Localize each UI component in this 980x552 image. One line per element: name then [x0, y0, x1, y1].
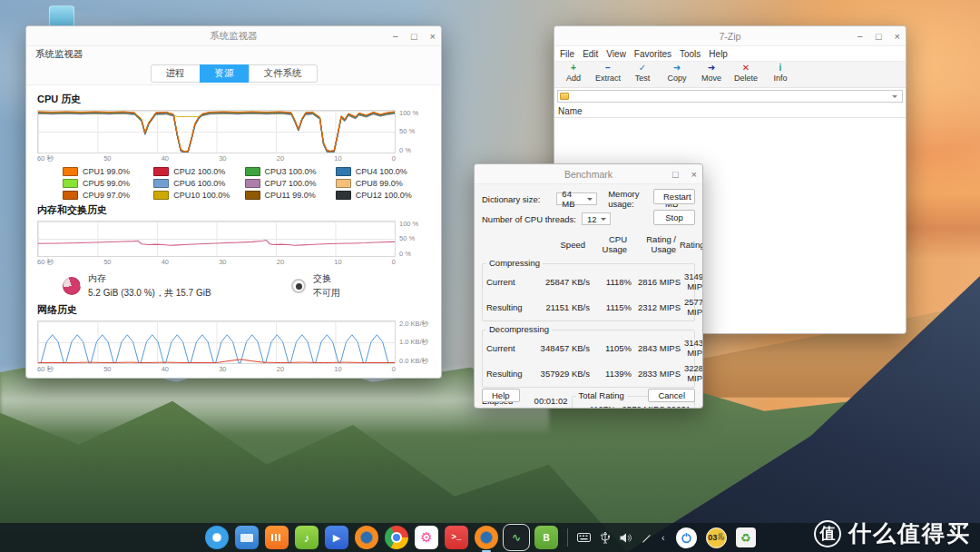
minimize-button[interactable]: −	[857, 32, 862, 42]
total-rating-usage: 2572 MIPS	[618, 404, 665, 409]
cpu-color-swatch	[245, 191, 260, 200]
info-button[interactable]: i Info	[765, 63, 796, 84]
benchmark-column-headers: Speed CPU Usage Rating / Usage Rating	[482, 234, 695, 254]
cpu-color-swatch	[63, 167, 78, 176]
pen-icon[interactable]	[642, 533, 652, 543]
app-store-icon[interactable]	[265, 526, 289, 549]
firefox-running-icon[interactable]	[475, 526, 498, 549]
launcher-icon[interactable]	[205, 526, 229, 549]
swap-value: 不可用	[313, 287, 340, 300]
add-icon: +	[571, 63, 576, 74]
axis-tick: 20	[277, 365, 284, 374]
cpu-legend-label: CPU5 99.0%	[83, 179, 130, 188]
system-monitor-running-icon[interactable]: ∿	[505, 526, 528, 549]
column-name: Name	[558, 106, 583, 116]
cpu-color-swatch	[63, 179, 78, 188]
clock[interactable]: 03 40 PM	[706, 527, 727, 548]
memory-legend: 内存 5.2 GiB (33.0 %)，共 15.7 GiB 交换 不可用	[63, 272, 432, 300]
control-center-icon[interactable]: ⚙	[415, 526, 438, 549]
network-y-axis: 2.0 KB/秒1.0 KB/秒0.0 KB/秒	[396, 320, 432, 364]
cpu-legend: CPU1 99.0%CPU2 100.0%CPU3 100.0%CPU4 100…	[63, 167, 426, 200]
axis-tick: 30	[219, 365, 226, 374]
restart-button[interactable]: Restart	[653, 189, 695, 204]
keyboard-layout-icon[interactable]	[577, 533, 591, 542]
chrome-icon[interactable]	[385, 526, 408, 549]
menu-system-monitor[interactable]: 系统监视器	[35, 48, 83, 61]
axis-tick: 30	[219, 258, 226, 267]
system-monitor-menubar: 系统监视器	[26, 46, 441, 62]
axis-tick: 0 %	[399, 147, 432, 154]
menu-help[interactable]: Help	[709, 49, 728, 59]
benchmark-title: Benchmark	[564, 169, 612, 180]
power-button[interactable]	[676, 527, 697, 548]
extract-button[interactable]: − Extract	[593, 63, 623, 84]
menu-edit[interactable]: Edit	[583, 49, 598, 59]
swap-icon	[291, 279, 306, 293]
file-list-header[interactable]: Name	[554, 104, 906, 118]
seven-zip-titlebar[interactable]: 7-Zip − □ ×	[554, 26, 906, 46]
cpu-legend-label: CPU2 100.0%	[173, 167, 225, 176]
memory-history-chart	[37, 221, 396, 257]
maximize-button[interactable]: □	[672, 170, 679, 180]
menu-view[interactable]: View	[606, 49, 626, 59]
cpu-threads-select[interactable]: 12	[582, 212, 611, 225]
firefox-icon[interactable]	[355, 526, 378, 549]
volume-icon[interactable]	[620, 533, 632, 543]
cpu-history-chart	[37, 110, 396, 153]
music-player-icon[interactable]: ♪	[295, 526, 318, 549]
video-player-icon[interactable]: ▶	[325, 526, 348, 549]
axis-tick: 30	[219, 154, 226, 163]
address-bar[interactable]	[557, 90, 903, 103]
cpu-legend-label: CPU11 99.0%	[265, 191, 316, 200]
axis-tick: 60 秒	[37, 154, 54, 163]
benchmark-titlebar[interactable]: Benchmark □ ×	[475, 164, 702, 184]
terminal-icon[interactable]: >_	[445, 526, 468, 549]
menu-tools[interactable]: Tools	[680, 49, 701, 59]
cpu-color-swatch	[336, 191, 351, 200]
tab-resources[interactable]: 资源	[200, 64, 250, 83]
close-button[interactable]: ×	[895, 32, 900, 42]
system-tray: ‹	[577, 532, 665, 544]
usb-device-icon[interactable]	[601, 532, 610, 544]
system-monitor-window: 系统监视器 − □ × 系统监视器 进程 资源 文件系统 CPU 历史 100 …	[25, 25, 442, 379]
add-button[interactable]: + Add	[558, 63, 589, 84]
axis-tick: 0	[392, 258, 396, 267]
cpu-legend-label: CPU9 97.0%	[83, 191, 130, 200]
cancel-button[interactable]: Cancel	[648, 389, 695, 402]
copy-button[interactable]: ➜ Copy	[662, 63, 692, 84]
file-manager-icon[interactable]	[235, 526, 259, 549]
help-button[interactable]: Help	[482, 389, 520, 402]
memory-pie-icon	[63, 277, 81, 295]
tray-collapse-icon[interactable]: ‹	[662, 532, 665, 543]
axis-tick: 40	[162, 154, 169, 163]
close-button[interactable]: ×	[430, 32, 436, 42]
axis-tick: 50	[103, 365, 111, 374]
taskbar-separator	[567, 528, 568, 547]
trash-icon[interactable]: ♻	[736, 527, 756, 547]
close-button[interactable]: ×	[691, 170, 697, 180]
test-button[interactable]: ✓ Test	[627, 63, 658, 84]
menu-favorites[interactable]: Favorites	[634, 49, 671, 59]
axis-tick: 50 %	[399, 235, 432, 242]
maximize-button[interactable]: □	[876, 32, 882, 42]
menu-file[interactable]: File	[560, 49, 574, 59]
stop-button[interactable]: Stop	[653, 210, 695, 225]
cpu-legend-label: CPU6 100.0%	[173, 179, 225, 188]
cpu-color-swatch	[245, 167, 260, 176]
move-button[interactable]: ➜ Move	[696, 63, 727, 84]
cpu-legend-label: CPU3 100.0%	[265, 167, 317, 176]
minimize-button[interactable]: −	[392, 32, 397, 42]
system-monitor-titlebar[interactable]: 系统监视器 − □ ×	[26, 26, 441, 46]
delete-button[interactable]: ✕ Delete	[730, 63, 761, 84]
tab-processes[interactable]: 进程	[151, 64, 201, 83]
cpu-legend-item: CPU12 100.0%	[336, 191, 426, 200]
tab-filesystems[interactable]: 文件系统	[249, 64, 318, 83]
compressing-group: Compressing Current 25847 KB/s 1118% 281…	[482, 263, 695, 321]
dictionary-size-select[interactable]: 64 MB	[556, 192, 597, 205]
cpu-color-swatch	[153, 191, 169, 200]
axis-tick: 0.0 KB/秒	[399, 358, 432, 365]
memory-usage-label: Memory usage:	[608, 189, 660, 209]
seven-zip-running-icon[interactable]: B	[534, 526, 558, 549]
total-cpu-usage: 1127%	[576, 404, 616, 409]
maximize-button[interactable]: □	[411, 32, 417, 42]
